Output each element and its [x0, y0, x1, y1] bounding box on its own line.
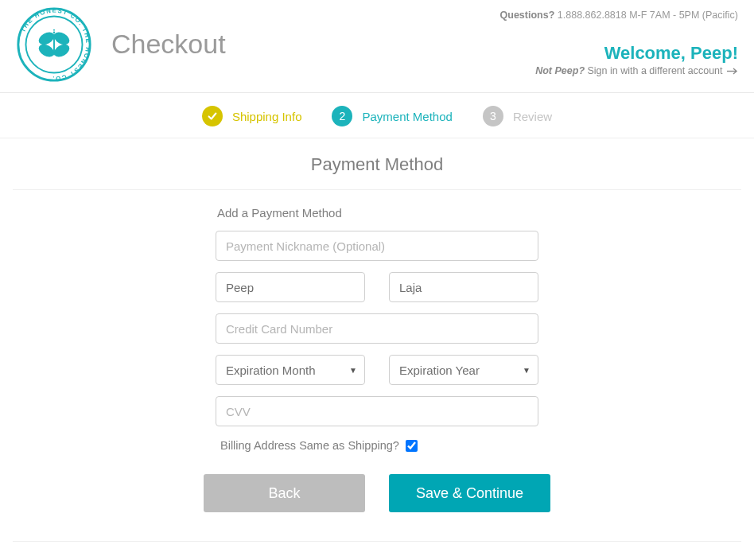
step-number: 2: [332, 106, 352, 126]
payment-form: Add a Payment Method Expiration Month ▼ …: [216, 203, 538, 452]
footer-divider: [13, 541, 741, 542]
exp-month-select[interactable]: Expiration Month: [216, 355, 365, 385]
exp-year-select[interactable]: Expiration Year: [389, 355, 538, 385]
header: THE HONEST CO. THE HONEST CO. Checkout Q…: [0, 0, 754, 93]
cvv-input[interactable]: [216, 396, 538, 426]
save-continue-button[interactable]: Save & Continue: [389, 474, 550, 512]
step-number: 3: [483, 106, 503, 126]
card-number-input[interactable]: [216, 313, 538, 344]
header-right: Questions? 1.888.862.8818 M-F 7AM - 5PM …: [500, 6, 738, 77]
welcome-text: Welcome, Peep!: [500, 43, 738, 64]
step-shipping-info[interactable]: Shipping Info: [202, 106, 302, 126]
last-name-input[interactable]: [389, 272, 538, 302]
svg-point-9: [53, 29, 55, 31]
billing-same-row: Billing Address Same as Shipping?: [220, 439, 538, 452]
button-row: Back Save & Continue: [204, 474, 550, 541]
steps-bar: Shipping Info 2 Payment Method 3 Review: [0, 93, 754, 138]
arrow-right-icon: [727, 66, 738, 77]
not-user-prefix: Not Peep?: [535, 65, 585, 76]
switch-account-link[interactable]: Sign in with a different account: [588, 65, 739, 76]
billing-same-label: Billing Address Same as Shipping?: [220, 439, 399, 452]
questions-line: Questions? 1.888.862.8818 M-F 7AM - 5PM …: [500, 10, 738, 21]
questions-info: 1.888.862.8818 M-F 7AM - 5PM (Pacific): [558, 10, 738, 21]
svg-rect-7: [53, 34, 55, 56]
page-title: Checkout: [111, 29, 226, 60]
not-user-line: Not Peep? Sign in with a different accou…: [500, 65, 738, 77]
billing-same-checkbox[interactable]: [406, 440, 418, 452]
check-icon: [207, 111, 218, 122]
step-label: Shipping Info: [232, 110, 302, 123]
questions-label: Questions?: [500, 10, 555, 21]
step-review: 3 Review: [483, 106, 552, 126]
section-title: Payment Method: [13, 138, 741, 190]
first-name-input[interactable]: [216, 272, 365, 302]
step-label: Payment Method: [362, 110, 452, 123]
form-heading: Add a Payment Method: [217, 206, 538, 220]
step-payment-method[interactable]: 2 Payment Method: [332, 106, 452, 126]
brand-logo[interactable]: THE HONEST CO. THE HONEST CO.: [16, 6, 92, 83]
svg-point-8: [53, 31, 55, 33]
step-label: Review: [513, 110, 552, 123]
back-button[interactable]: Back: [204, 474, 365, 512]
payment-nickname-input[interactable]: [216, 231, 538, 261]
